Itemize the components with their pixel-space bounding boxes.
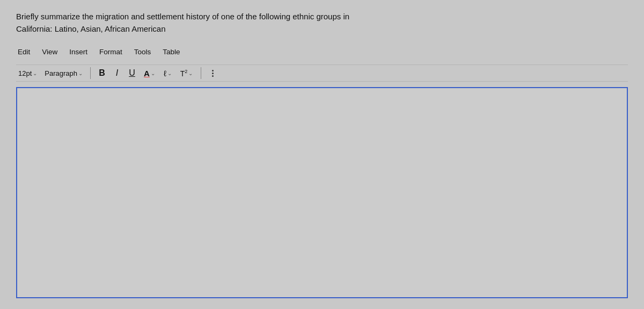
prompt-line2: California: Latino, Asian, African Ameri…: [16, 24, 165, 33]
toolbar-divider-2: [201, 67, 201, 79]
highlight-chevron-icon: ⌄: [167, 70, 172, 76]
prompt-text: Briefly summarize the migration and sett…: [16, 11, 628, 35]
more-options-button[interactable]: [207, 68, 218, 78]
paragraph-value: Paragraph: [45, 69, 77, 77]
page-container: Briefly summarize the migration and sett…: [0, 0, 644, 309]
dot-1: [212, 70, 214, 71]
font-size-select[interactable]: 12pt ⌄: [16, 68, 39, 78]
font-color-chevron-icon: ⌄: [151, 70, 155, 76]
bold-button[interactable]: B: [96, 67, 108, 79]
italic-button[interactable]: I: [111, 67, 123, 79]
superscript-chevron-icon: ⌄: [188, 70, 193, 76]
menu-format[interactable]: Format: [98, 47, 124, 57]
superscript-label: T2: [180, 69, 188, 78]
menu-view[interactable]: View: [40, 47, 59, 57]
menu-tools[interactable]: Tools: [133, 47, 153, 57]
menu-bar: Edit View Insert Format Tools Table: [16, 45, 628, 59]
dot-3: [212, 75, 214, 77]
editor-area[interactable]: [16, 87, 628, 298]
toolbar: 12pt ⌄ Paragraph ⌄ B I U A ⌄ ℓ ⌄ T2: [16, 64, 628, 82]
font-color-button[interactable]: A ⌄: [141, 68, 158, 79]
paragraph-select[interactable]: Paragraph ⌄: [42, 68, 85, 78]
menu-edit[interactable]: Edit: [16, 47, 32, 57]
superscript-button[interactable]: T2 ⌄: [178, 68, 196, 79]
toolbar-divider-1: [90, 67, 91, 79]
highlight-button[interactable]: ℓ ⌄: [161, 68, 174, 79]
font-size-value: 12pt: [18, 69, 32, 77]
prompt-line1: Briefly summarize the migration and sett…: [16, 12, 349, 21]
underline-button[interactable]: U: [126, 67, 138, 79]
menu-table[interactable]: Table: [161, 47, 181, 57]
highlight-label: ℓ: [164, 69, 166, 78]
menu-insert[interactable]: Insert: [68, 47, 89, 57]
font-color-label: A: [144, 69, 150, 78]
paragraph-chevron-icon: ⌄: [78, 70, 83, 76]
font-size-chevron-icon: ⌄: [33, 70, 37, 76]
dot-2: [212, 73, 214, 74]
